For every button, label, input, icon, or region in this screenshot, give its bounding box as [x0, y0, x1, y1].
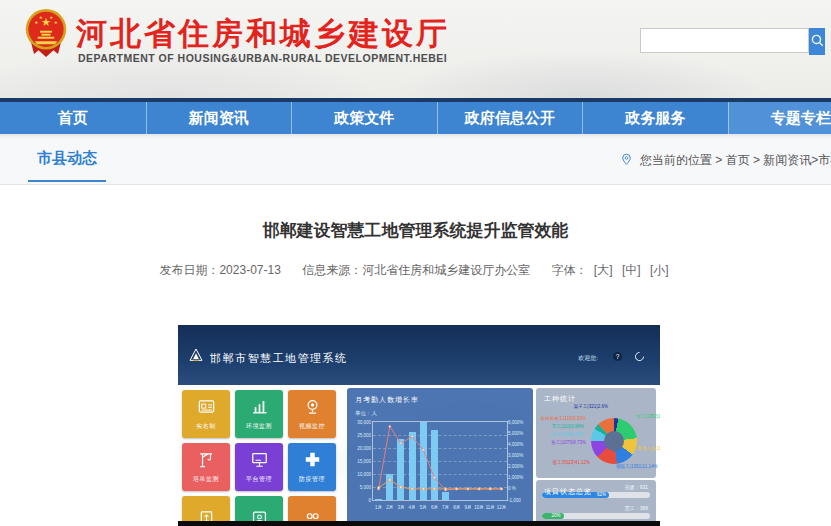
search-box: [640, 28, 825, 55]
status-fill: 20%: [542, 513, 564, 519]
tile-monitor: 平台管理: [235, 443, 283, 491]
monitor-icon: [250, 450, 269, 473]
search-input[interactable]: [640, 28, 809, 53]
article-image-dashboard: 邯郸市智慧工地管理系统 欢迎您: ? 实名制环境监测视频监控塔吊监测平台管理防疫…: [178, 325, 660, 526]
y-axis-right-tick: 1,000%: [508, 475, 533, 480]
y-axis-left-tick: 0: [350, 498, 371, 503]
search-icon: [810, 33, 825, 51]
site-subtitle: DEPARTMENT OF HOUSING&URBAN-RURAL DEVELO…: [78, 52, 447, 64]
section-title-tab[interactable]: 市县动态: [28, 146, 106, 182]
svg-text:★: ★: [34, 20, 38, 25]
breadcrumb[interactable]: 您当前的位置 > 首页 > 新闻资讯>市县动态: [620, 152, 831, 169]
donut-label: 钢筋工(1361)11.14%: [616, 464, 660, 469]
y-axis-right-tick: 4,000%: [508, 442, 533, 447]
y-axis-left-tick: 30,000: [350, 420, 371, 425]
dashboard-welcome-text: 欢迎您:: [578, 354, 598, 363]
tile-label: 平台管理: [246, 475, 272, 484]
donut-label: 砼工(104)0.43%: [534, 432, 584, 437]
national-emblem-icon: ★ ★ ★ ★ ★: [22, 6, 70, 64]
font-size-large-button[interactable]: [大]: [594, 263, 613, 277]
tile-label: 防疫管理: [299, 475, 325, 484]
tile-label: 视频监控: [299, 422, 325, 431]
bar-chart-icon: [250, 397, 269, 420]
y-axis-left-tick: 20,000: [350, 446, 371, 451]
tile-bar-chart: 环境监测: [235, 390, 283, 438]
svg-text:★: ★: [39, 15, 43, 20]
donut-label: 杂工(1079)8.73%: [536, 440, 586, 445]
worker-donut-labels: 架子工(321)2.6%木工(1353)11.07%管理人员(1807)14.7…: [536, 388, 656, 478]
y-axis-right-tick: 6,000%: [508, 420, 533, 425]
section-bar: 市县动态 您当前的位置 > 首页 > 新闻资讯>市县动态: [0, 134, 831, 185]
medical-cross-icon: [303, 450, 322, 473]
font-size-label: 字体：: [552, 263, 588, 277]
logout-icon: [633, 350, 646, 363]
tile-crane: 塔吊监测: [182, 443, 230, 491]
dashboard-logo-icon: [188, 347, 204, 367]
help-icon: ?: [613, 352, 622, 361]
camera-icon: [303, 397, 322, 420]
y-axis-right-tick: -1,000: [508, 498, 533, 503]
status-percent: 62%: [597, 492, 606, 498]
tile-medical-cross: 防疫管理: [288, 443, 336, 491]
publish-date-label: 发布日期：: [159, 263, 219, 277]
donut-label: 架子工(321)2.6%: [550, 404, 608, 409]
nav-item-3[interactable]: 政策文件: [291, 102, 437, 134]
attendance-chart-panel: 月考勤人数增长率 单位：人 30,00025,00020,00015,00010…: [347, 388, 533, 526]
dashboard-header: 邯郸市智慧工地管理系统 欢迎您: ?: [178, 325, 660, 385]
y-axis-right-tick: 3,000%: [508, 453, 533, 458]
donut-label: 普工(5023)41.12%: [538, 460, 590, 465]
x-axis-tick: 12月: [493, 505, 509, 510]
y-axis-left-tick: 5,000: [350, 485, 371, 490]
dashboard-bottom-strip: [178, 521, 660, 526]
search-button[interactable]: [809, 28, 825, 55]
project-status-panel: 在建：93162%完工：36820% 项目状态总览: [536, 480, 656, 526]
article-meta: 发布日期：2023-07-13 信息来源：河北省住房和城乡建设厅办公室 字体： …: [0, 262, 831, 279]
tile-label: 塔吊监测: [193, 475, 219, 484]
id-card-icon: [197, 397, 216, 420]
y-axis-left-tick: 25,000: [350, 433, 371, 438]
status-row-2: 完工：36820%: [542, 505, 650, 519]
main-nav: 首页新闻资讯政策文件政府信息公开政务服务专题专栏: [0, 98, 831, 134]
article-title: 邯郸建设智慧工地管理系统提升监管效能: [0, 219, 831, 242]
donut-label: 管理人员(1807)14.79%: [637, 446, 660, 451]
y-axis-right-tick: 2,000%: [508, 464, 533, 469]
svg-text:★: ★: [54, 20, 58, 25]
svg-text:★: ★: [49, 15, 53, 20]
source-value: 河北省住房和城乡建设厅办公室: [362, 263, 530, 277]
font-size-medium-button[interactable]: [中]: [622, 263, 641, 277]
growth-rate-lines: [373, 422, 507, 500]
nav-item-2[interactable]: 新闻资讯: [146, 102, 292, 134]
dashboard-title: 邯郸市智慧工地管理系统: [210, 351, 348, 366]
nav-item-6[interactable]: 专题专栏: [728, 102, 831, 134]
nav-item-5[interactable]: 政务服务: [582, 102, 728, 134]
site-header: ★ ★ ★ ★ ★ 河北省住房和城乡建设厅 DEPARTMENT OF HOUS…: [0, 0, 831, 98]
tile-id-card: 实名制: [182, 390, 230, 438]
tile-camera: 视频监控: [288, 390, 336, 438]
y-axis-left-tick: 10,000: [350, 472, 371, 477]
nav-item-1[interactable]: 首页: [0, 102, 146, 134]
donut-label: 瓦工(110)0.84%: [534, 424, 584, 429]
attendance-chart-unit: 单位：人: [355, 410, 377, 417]
nav-item-4[interactable]: 政府信息公开: [437, 102, 583, 134]
source-label: 信息来源：: [302, 263, 362, 277]
dashboard-tile-grid: 实名制环境监测视频监控塔吊监测平台管理防疫管理: [182, 390, 336, 526]
attendance-plot: 30,00025,00020,00015,00010,0005,00006,00…: [372, 421, 508, 501]
publish-date: 2023-07-13: [219, 263, 280, 277]
location-pin-icon: [620, 153, 633, 169]
donut-label: 木工(1353)11.07%: [636, 414, 660, 419]
attendance-chart-title: 月考勤人数增长率: [355, 395, 419, 405]
worker-stats-panel: 工种统计 架子工(321)2.6%木工(1353)11.07%管理人员(1807…: [536, 388, 656, 478]
y-axis-right-tick: 0 %: [508, 486, 533, 491]
crane-icon: [197, 450, 216, 473]
status-track: 20%: [542, 513, 650, 519]
status-row-label: 完工：368: [542, 505, 650, 511]
tile-label: 环境监测: [246, 422, 272, 431]
site-title: 河北省住房和城乡建设厅: [76, 13, 450, 55]
project-status-title: 项目状态总览: [544, 487, 592, 497]
donut-label: 装饰装修工(115)0.93%: [532, 416, 586, 421]
status-percent: 20%: [552, 513, 561, 519]
tile-label: 实名制: [196, 422, 216, 431]
y-axis-left-tick: 15,000: [350, 459, 371, 464]
font-size-small-button[interactable]: [小]: [650, 263, 669, 277]
breadcrumb-text: 您当前的位置 > 首页 > 新闻资讯>市县动态: [640, 152, 831, 169]
